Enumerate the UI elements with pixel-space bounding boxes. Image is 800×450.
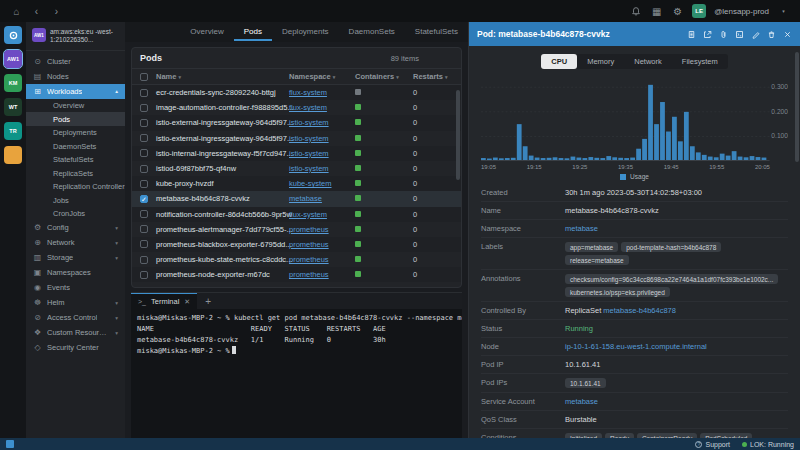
sidebar-item-namespaces[interactable]: ▣Namespaces	[26, 265, 125, 280]
close-icon[interactable]	[783, 30, 792, 39]
pods-scrollbar[interactable]	[456, 90, 460, 180]
support-button[interactable]: ? Support	[695, 441, 730, 448]
open-in-icon[interactable]	[703, 30, 712, 39]
attach-icon[interactable]	[719, 30, 728, 39]
pod-row-prometheus-kube-state-metrics-c8cddc[interactable]: prometheus-kube-state-metrics-c8cddc...p…	[132, 252, 461, 267]
tab-statefulsets[interactable]: StatefulSets	[405, 23, 468, 41]
detail-link[interactable]: metabase	[565, 224, 598, 233]
terminal-tab-close-icon[interactable]: ✕	[184, 298, 190, 306]
pod-row-istio-external-ingressgateway-964d5f97[interactable]: istio-external-ingressgateway-964d5f97..…	[132, 115, 461, 130]
row-checkbox[interactable]	[140, 256, 148, 264]
terminal-output[interactable]: miska@Miskas-MBP-2 ~ % kubectl get pod m…	[131, 309, 462, 438]
sidebar-item-replicasets[interactable]: ReplicaSets	[26, 166, 125, 180]
column-header-namespace[interactable]: Namespace▾	[289, 72, 355, 81]
pod-row-istio-internal-ingressgateway-f5f7cd947[interactable]: istio-internal-ingressgateway-f5f7cd947.…	[132, 146, 461, 161]
sidebar-cluster-header[interactable]: AW1 am:aws:eks:eu -west- 1:210226350...	[26, 26, 125, 51]
row-checkbox[interactable]	[140, 119, 148, 127]
row-checkbox[interactable]	[140, 271, 148, 279]
sidebar-item-jobs[interactable]: Jobs	[26, 193, 125, 207]
cluster-badge-wt[interactable]: WT	[4, 98, 22, 116]
namespace-link[interactable]: kube-system	[289, 179, 332, 188]
column-header-name[interactable]: Name▾	[156, 72, 289, 81]
column-header-containers[interactable]: Containers▾	[355, 72, 413, 81]
statusbar-logo[interactable]	[6, 440, 14, 448]
row-checkbox[interactable]	[140, 210, 148, 218]
sidebar-item-daemonsets[interactable]: DaemonSets	[26, 139, 125, 153]
pod-row-metabase-b4b64c878-cvvkz[interactable]: ✓metabase-b4b64c878-cvvkzmetabase0	[132, 191, 461, 206]
tab-deployments[interactable]: Deployments	[272, 23, 339, 41]
detail-scrollbar[interactable]	[795, 52, 799, 162]
pod-row-istio-external-ingressgateway-964d5f97[interactable]: istio-external-ingressgateway-964d5f97..…	[132, 131, 461, 146]
tab-pods[interactable]: Pods	[234, 23, 272, 41]
row-checkbox[interactable]	[140, 149, 148, 157]
namespace-link[interactable]: metabase	[289, 194, 322, 203]
namespace-link[interactable]: istio-system	[289, 164, 329, 173]
row-checkbox[interactable]	[140, 180, 148, 188]
sidebar-item-config[interactable]: ⚙Config▾	[26, 220, 125, 235]
namespace-link[interactable]: istio-system	[289, 134, 329, 143]
cluster-badge-cluster[interactable]	[4, 146, 22, 164]
pod-row-image-automation-controller-f988895d5[interactable]: image-automation-controller-f988895d5...…	[132, 100, 461, 115]
namespace-link[interactable]: flux-system	[289, 88, 327, 97]
metric-tab-filesystem[interactable]: Filesystem	[672, 54, 728, 69]
row-checkbox[interactable]	[140, 89, 148, 97]
row-checkbox[interactable]	[140, 225, 148, 233]
row-checkbox[interactable]	[140, 240, 148, 248]
cluster-badge-tr[interactable]: TR	[4, 122, 22, 140]
logs-icon[interactable]	[687, 30, 696, 39]
sidebar-item-cronjobs[interactable]: CronJobs	[26, 207, 125, 221]
detail-link[interactable]: ip-10-1-61-158.eu-west-1.compute.interna…	[565, 342, 707, 351]
sidebar-item-replication-controllers[interactable]: Replication Controllers	[26, 180, 125, 194]
pod-row-istiod-69f87bbf75-qf4nw[interactable]: istiod-69f87bbf75-qf4nwistio-system0	[132, 161, 461, 176]
pod-row-notification-controller-86d4cb566b-9pr5w[interactable]: notification-controller-86d4cb566b-9pr5w…	[132, 207, 461, 222]
sidebar-item-nodes[interactable]: ▤Nodes	[26, 69, 125, 84]
column-header-restarts[interactable]: Restarts▾	[413, 72, 453, 81]
select-all-checkbox[interactable]	[140, 73, 148, 81]
settings-gear-icon[interactable]: ⚙	[671, 6, 684, 17]
sidebar-item-network[interactable]: ⊕Network▾	[26, 235, 125, 250]
nav-back-icon[interactable]: ‹	[30, 6, 43, 17]
namespace-link[interactable]: prometheus	[289, 240, 329, 249]
namespace-link[interactable]: istio-system	[289, 118, 329, 127]
pod-row-prometheus-node-exporter-m67dc[interactable]: prometheus-node-exporter-m67dcprometheus…	[132, 267, 461, 282]
cluster-status[interactable]: LOK: Running	[742, 441, 794, 448]
namespace-link[interactable]: prometheus	[289, 225, 329, 234]
namespace-link[interactable]: prometheus	[289, 270, 329, 279]
sidebar-item-access-control[interactable]: ⊘Access Control▾	[26, 310, 125, 325]
pod-row-prometheus-alertmanager-7dd779cf55[interactable]: prometheus-alertmanager-7dd779cf55-...pr…	[132, 222, 461, 237]
metric-tab-cpu[interactable]: CPU	[541, 54, 577, 69]
sidebar-item-events[interactable]: ◉Events	[26, 280, 125, 295]
sidebar-item-helm[interactable]: ☸Helm▾	[26, 295, 125, 310]
tab-daemonsets[interactable]: DaemonSets	[339, 23, 405, 41]
sidebar-item-storage[interactable]: ▥Storage▾	[26, 250, 125, 265]
sidebar-item-cluster[interactable]: ⊙Cluster	[26, 54, 125, 69]
row-checkbox[interactable]	[140, 134, 148, 142]
pod-row-kube-proxy-hvzdf[interactable]: kube-proxy-hvzdfkube-system0	[132, 176, 461, 191]
notifications-bell-icon[interactable]	[629, 6, 642, 16]
namespace-link[interactable]: flux-system	[289, 103, 327, 112]
row-checkbox[interactable]	[140, 104, 148, 112]
lens-logo[interactable]	[4, 26, 22, 44]
row-checkbox[interactable]: ✓	[140, 195, 148, 203]
metric-tab-memory[interactable]: Memory	[577, 54, 624, 69]
cluster-badge-aw1[interactable]: AW1	[4, 50, 22, 68]
home-icon[interactable]: ⌂	[10, 6, 23, 17]
sidebar-item-workloads[interactable]: ⊞Workloads▴	[26, 84, 125, 99]
tab-overview[interactable]: Overview	[180, 23, 233, 41]
detail-link[interactable]: metabase-b4b64c878	[603, 306, 676, 315]
detail-link[interactable]: metabase	[565, 397, 598, 406]
sidebar-item-pods[interactable]: Pods	[26, 112, 125, 126]
sidebar-item-deployments[interactable]: Deployments	[26, 126, 125, 140]
namespace-link[interactable]: istio-system	[289, 149, 329, 158]
shell-icon[interactable]	[735, 30, 744, 39]
pod-row-ecr-credentials-sync-28092240-bttgj[interactable]: ecr-credentials-sync-28092240-bttgjflux-…	[132, 85, 461, 100]
pod-row-prometheus-blackbox-exporter-6795dd[interactable]: prometheus-blackbox-exporter-6795dd...pr…	[132, 237, 461, 252]
account-avatar[interactable]: LE	[692, 4, 706, 18]
nav-forward-icon[interactable]: ›	[50, 6, 63, 17]
sidebar-item-overview[interactable]: Overview	[26, 99, 125, 113]
account-chevron-down-icon[interactable]: ▾	[777, 8, 790, 14]
sidebar-item-custom-resources[interactable]: ❖Custom Resources▾	[26, 325, 125, 340]
row-checkbox[interactable]	[140, 165, 148, 173]
delete-icon[interactable]	[767, 30, 776, 39]
namespace-link[interactable]: flux-system	[289, 210, 327, 219]
